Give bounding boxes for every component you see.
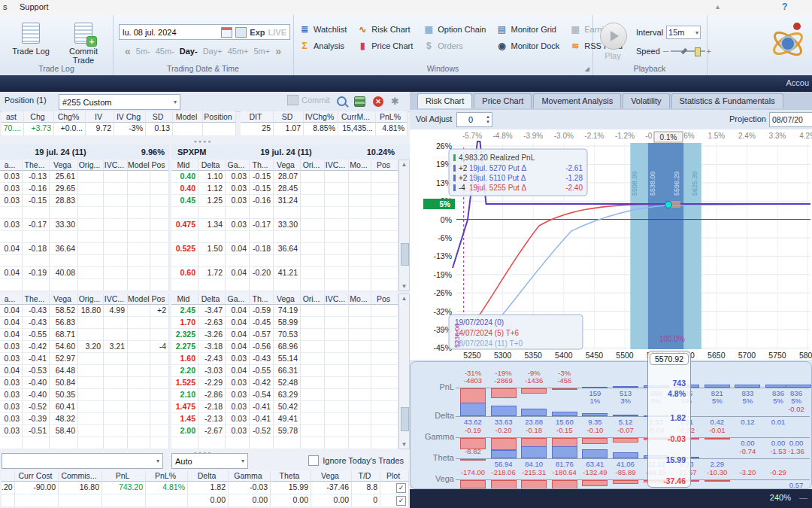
table-row[interactable]: 0.601.720.04-0.2041.21: [171, 267, 398, 279]
trading-date-input[interactable]: lu. 08 jul. 2024 Exp LIVE: [119, 24, 290, 40]
table-row[interactable]: 2.20-3.030.04-0.5566.31: [171, 365, 398, 377]
table-row[interactable]: 0.000.000.000.000✓: [2, 494, 409, 507]
table-row[interactable]: 0.03-0.4254.603.203.21-4: [0, 341, 169, 353]
table-row[interactable]: [0, 255, 169, 267]
expiry-header-calls[interactable]: 19 jul. 24 (11) 9.96%: [0, 144, 169, 160]
zoom-slider[interactable]: —: [799, 493, 807, 502]
scrollbar[interactable]: ▲▼: [398, 160, 410, 291]
tab-volatility[interactable]: Volatility: [623, 93, 669, 108]
slider-handle[interactable]: [695, 47, 701, 56]
table-row[interactable]: .20-90.0016.80743.204.81%1.82-0.0315.99-…: [2, 482, 409, 494]
menu-item-truncated[interactable]: s: [3, 2, 8, 11]
table-row[interactable]: 0.03-0.5158.40: [0, 425, 169, 437]
account-label[interactable]: Accou: [786, 78, 809, 87]
scrollbar-thumb[interactable]: [401, 407, 409, 431]
table-row[interactable]: 0.03-0.1733.30: [0, 219, 169, 231]
table-row[interactable]: 2.45-3.470.04-0.5974.19: [171, 305, 398, 317]
table-row[interactable]: [171, 207, 398, 219]
strategy-select[interactable]: ▾: [2, 453, 163, 469]
table-row[interactable]: [171, 279, 398, 291]
play-button[interactable]: [600, 23, 627, 50]
close-position-icon[interactable]: ✕: [373, 96, 383, 107]
table-row[interactable]: [0, 279, 169, 291]
time-nav-45m[interactable]: 45m+: [228, 47, 249, 56]
scrollbar[interactable]: ▲▼: [398, 294, 410, 449]
monitor-dock-button[interactable]: ◉Monitor Dock: [496, 38, 559, 54]
chevron-right-icon[interactable]: »: [275, 45, 281, 57]
table-row[interactable]: 0.401.100.03-0.1528.07: [171, 171, 398, 183]
tab-movement-analysis[interactable]: Movement Analysis: [533, 93, 621, 108]
projection-date-input[interactable]: 08/07/20: [769, 112, 812, 127]
table-row[interactable]: 0.04-0.1940.08: [0, 267, 169, 279]
plot-checkbox[interactable]: ✓: [396, 496, 406, 506]
plot-checkbox[interactable]: ✓: [396, 483, 406, 493]
table-row[interactable]: 70....+3.73+0.0...9.72-3%0.13: [2, 123, 236, 136]
menu-item-support[interactable]: Support: [20, 2, 49, 11]
table-row[interactable]: [171, 231, 398, 243]
tab-risk-chart[interactable]: Risk Chart: [417, 93, 472, 108]
table-row[interactable]: 0.03-0.3948.32: [0, 413, 169, 425]
search-icon[interactable]: [337, 96, 347, 106]
ribbon-collapse-icon[interactable]: ▴: [716, 2, 720, 11]
table-row[interactable]: 1.70-2.630.04-0.4558.99: [171, 317, 398, 329]
time-nav-Day[interactable]: Day+: [203, 47, 223, 56]
chevron-left-icon[interactable]: «: [125, 45, 131, 57]
interval-select[interactable]: 15m▾: [666, 26, 701, 39]
time-nav-45m[interactable]: 45m-: [156, 47, 174, 56]
table-row[interactable]: 0.401.120.03-0.1528.45: [171, 183, 398, 195]
risk-chart-button[interactable]: ∿Risk Chart: [357, 21, 413, 38]
table-row[interactable]: [171, 255, 398, 267]
table-row[interactable]: 1.475-2.180.03-0.4150.42: [171, 401, 398, 413]
table-row[interactable]: 1.60-2.430.03-0.4355.14: [171, 353, 398, 365]
time-nav-5m[interactable]: 5m-: [136, 47, 150, 56]
table-row[interactable]: 0.04-0.4358.5218.804.99+2: [0, 305, 169, 317]
current-price-marker[interactable]: [665, 202, 672, 208]
tab-price-chart[interactable]: Price Chart: [474, 93, 532, 108]
vol-adjust-stepper[interactable]: 0 ▲▼: [456, 112, 492, 127]
commit-trade-button[interactable]: Commit Trade: [59, 23, 108, 65]
table-row[interactable]: 0.03-0.1629.65: [0, 183, 169, 195]
zoom-level[interactable]: 240%: [770, 493, 791, 502]
monitor-grid-button[interactable]: ▤Monitor Grid: [496, 21, 559, 38]
table-row[interactable]: 2.00-2.670.03-0.5259.78: [171, 425, 398, 437]
table-row[interactable]: 0.04-0.1836.64: [0, 243, 169, 255]
table-row[interactable]: 0.03-0.4152.97: [0, 353, 169, 365]
table-row[interactable]: [0, 437, 169, 449]
table-row[interactable]: [0, 207, 169, 219]
help-icon[interactable]: ?: [782, 2, 787, 12]
table-row[interactable]: 0.04-0.4356.83: [0, 317, 169, 329]
table-row[interactable]: 0.03-0.1325.61: [0, 171, 169, 183]
export-table-icon[interactable]: [354, 96, 365, 107]
option-chain-button[interactable]: ▦Option Chain: [423, 21, 486, 38]
table-row[interactable]: 1.525-2.290.03-0.4252.48: [171, 377, 398, 389]
analysis-button[interactable]: ΣAnalysis: [299, 38, 347, 54]
table-row[interactable]: 2.10-2.860.03-0.5463.29: [171, 389, 398, 401]
time-nav-Day[interactable]: Day-: [180, 47, 198, 56]
dialog-launcher-icon[interactable]: ◢: [585, 65, 589, 72]
scrollbar-thumb[interactable]: [401, 243, 409, 266]
expiry-window-icon[interactable]: [235, 27, 247, 38]
table-row[interactable]: 0.03-0.4050.84: [0, 377, 169, 389]
table-row[interactable]: [171, 437, 398, 449]
watchlist-button[interactable]: ≣Watchlist: [299, 21, 347, 38]
table-row[interactable]: 1.45-2.130.03-0.4149.41: [171, 413, 398, 425]
calendar-icon[interactable]: [221, 27, 232, 38]
gear-icon[interactable]: ✱: [391, 96, 399, 107]
tab-statistics-fundamentals[interactable]: Statistics & Fundamentals: [671, 93, 783, 108]
table-row[interactable]: 0.4751.340.03-0.1733.30: [171, 219, 398, 231]
table-row[interactable]: 2.325-3.260.04-0.5770.53: [171, 329, 398, 341]
table-row[interactable]: 0.04-0.5568.71: [0, 329, 169, 341]
price-chart-button[interactable]: ▮Price Chart: [357, 38, 413, 54]
horizontal-splitter[interactable]: ●●●●: [188, 138, 218, 144]
table-row[interactable]: 0.04-0.5364.48: [0, 365, 169, 377]
model-select[interactable]: Auto▾: [171, 453, 248, 469]
table-row[interactable]: 2.275-3.180.04-0.5668.96: [171, 341, 398, 353]
risk-chart[interactable]: 5508.99 5538.09 5596.29 5625.39 26%19%13…: [410, 129, 812, 360]
table-row[interactable]: 0.5251.500.04-0.1836.64: [171, 243, 398, 255]
table-row[interactable]: 0.03-0.1528.83: [0, 195, 169, 207]
table-row[interactable]: 0.03-0.4050.35: [0, 389, 169, 401]
table-row[interactable]: 251.078.85%15,435...4.81%: [241, 123, 408, 136]
table-row[interactable]: [0, 231, 169, 243]
time-nav-5m[interactable]: 5m+: [253, 47, 270, 56]
speed-slider[interactable]: ─+: [663, 47, 711, 56]
